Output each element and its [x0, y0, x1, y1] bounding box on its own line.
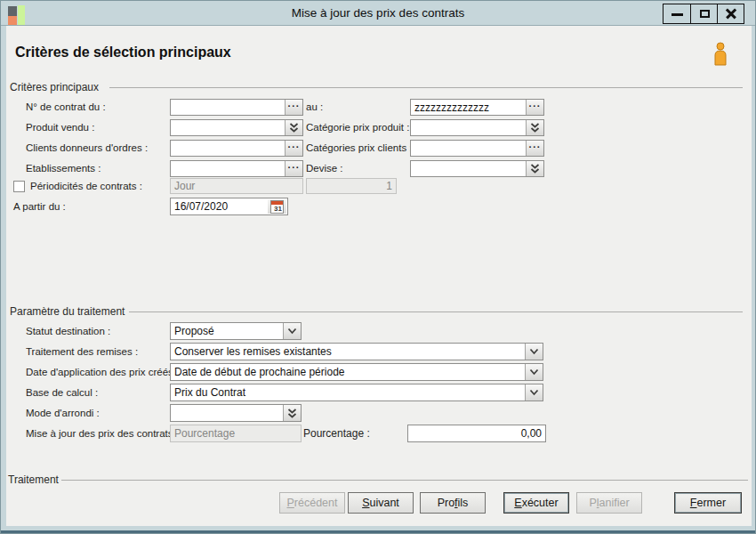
contract-to-label: au : [306, 99, 323, 116]
maximize-icon [700, 10, 710, 18]
client-price-categories-browse-button[interactable]: ··· [526, 141, 543, 156]
contract-from-input[interactable]: ··· [170, 99, 303, 116]
ellipsis-icon: ··· [529, 142, 542, 155]
calculation-base-label: Base de calcul : [26, 384, 98, 401]
double-chevron-down-icon [287, 409, 297, 418]
discounts-select[interactable]: Conserver les remises existantes [170, 343, 543, 360]
update-mode-label: Mise à jour des prix des contrats : [26, 425, 179, 442]
next-button[interactable]: Suivant [348, 492, 414, 514]
establishments-input[interactable]: ··· [170, 160, 303, 177]
status-dropdown-button[interactable] [283, 323, 301, 339]
execute-button[interactable]: Exécuter [503, 492, 569, 514]
minimize-icon [672, 13, 683, 16]
contract-to-input[interactable]: zzzzzzzzzzzzzz ··· [410, 99, 544, 116]
group-separator-line [61, 480, 748, 481]
start-date-label: A partir du : [13, 198, 66, 215]
product-price-category-label: Catégorie prix produit : [306, 119, 409, 136]
chevron-down-icon [529, 389, 539, 396]
rounding-label: Mode d'arrondi : [26, 404, 100, 422]
chevron-down-icon [529, 348, 539, 355]
product-price-category-input[interactable] [410, 119, 544, 136]
previous-button[interactable]: Précédent [279, 492, 345, 514]
ellipsis-icon: ··· [288, 101, 301, 114]
dialog-body [6, 26, 752, 526]
close-action-button[interactable]: Fermer [674, 492, 742, 514]
establishments-browse-button[interactable]: ··· [285, 161, 302, 176]
discounts-label: Traitement des remises : [26, 343, 138, 360]
discounts-dropdown-button[interactable] [525, 344, 543, 360]
parameters-group-label: Paramètre du traitement [10, 305, 125, 318]
titlebar[interactable]: Mise à jour des prix des contrats [1, 1, 755, 26]
double-chevron-down-icon [530, 164, 540, 174]
product-label: Produit vendu : [26, 119, 94, 136]
profiles-button[interactable]: Profils [420, 492, 486, 514]
rounding-dropdown-button[interactable] [283, 405, 301, 421]
status-label: Statut destination : [26, 322, 110, 340]
schedule-button[interactable]: Planifier [576, 492, 642, 514]
percentage-label: Pourcentage : [303, 425, 370, 442]
chevron-down-icon [529, 368, 539, 376]
clients-input[interactable]: ··· [170, 140, 303, 157]
rounding-select[interactable] [170, 404, 302, 422]
client-price-categories-label: Catégories prix clients : [306, 140, 413, 157]
start-date-input[interactable]: 16/07/2020 31 [170, 198, 288, 215]
ellipsis-icon: ··· [529, 101, 542, 114]
window-title: Mise à jour des prix des contrats [1, 1, 755, 26]
establishments-label: Etablissements : [26, 160, 101, 177]
product-dropdown-button[interactable] [285, 120, 302, 135]
calendar-button[interactable]: 31 [268, 199, 286, 214]
periodicity-count-input: 1 [306, 178, 397, 194]
calculation-base-select[interactable]: Prix du Contrat [170, 384, 543, 401]
product-input[interactable] [170, 119, 303, 136]
window-controls [663, 4, 744, 24]
currency-input[interactable] [410, 160, 544, 177]
product-price-category-dropdown-button[interactable] [526, 120, 543, 135]
currency-dropdown-button[interactable] [526, 161, 543, 176]
periodicity-label: Périodicités de contrats : [30, 179, 142, 194]
treatment-group-label: Traitement [8, 473, 59, 486]
group-separator-line [129, 312, 743, 312]
status-select[interactable]: Proposé [170, 322, 302, 340]
percentage-input[interactable]: 0,00 [407, 425, 546, 442]
double-chevron-down-icon [289, 123, 299, 133]
client-price-categories-input[interactable]: ··· [410, 140, 544, 157]
maximize-button[interactable] [690, 4, 717, 23]
criteria-group-label: Critères principaux [10, 81, 99, 93]
dialog-window: Mise à jour des prix des contrats Critèr… [0, 0, 756, 534]
update-mode-input: Pourcentage [170, 425, 302, 442]
contract-to-browse-button[interactable]: ··· [526, 100, 543, 115]
clients-browse-button[interactable]: ··· [285, 141, 302, 156]
contract-from-label: N° de contrat du : [26, 99, 106, 116]
ellipsis-icon: ··· [288, 142, 301, 155]
ellipsis-icon: ··· [288, 163, 301, 175]
application-date-select[interactable]: Date de début de prochaine période [170, 363, 543, 381]
periodicity-checkbox[interactable] [13, 181, 25, 192]
calculation-base-dropdown-button[interactable] [525, 384, 543, 400]
clients-label: Clients donneurs d'ordres : [26, 140, 148, 157]
calendar-icon: 31 [270, 200, 284, 214]
group-separator-line [109, 87, 743, 88]
double-chevron-down-icon [530, 123, 540, 133]
application-date-label: Date d'application des prix créés : [26, 363, 179, 381]
chevron-down-icon [287, 328, 297, 335]
contract-from-browse-button[interactable]: ··· [285, 100, 302, 115]
periodicity-unit-input: Jour [170, 178, 303, 194]
application-date-dropdown-button[interactable] [525, 364, 543, 380]
close-button[interactable] [717, 4, 744, 23]
currency-label: Devise : [306, 160, 343, 177]
page-title: Critères de sélection principaux [15, 44, 231, 61]
user-icon[interactable] [712, 42, 728, 67]
minimize-button[interactable] [664, 4, 690, 23]
